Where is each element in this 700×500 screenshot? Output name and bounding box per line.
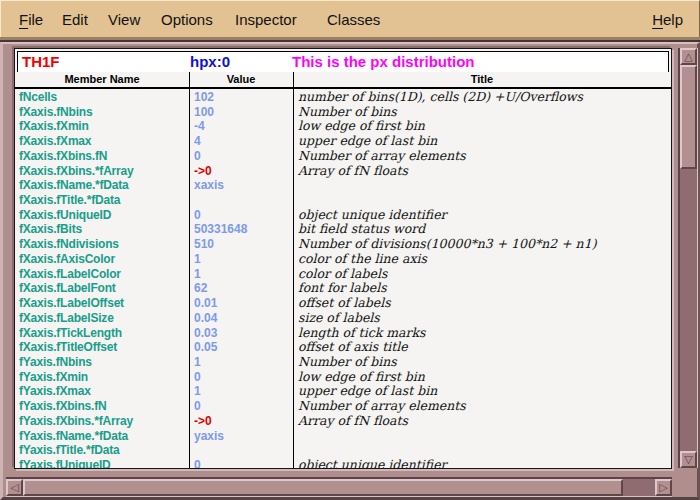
table-row[interactable]: fXaxis.fXmin-4low edge of first bin	[15, 119, 671, 134]
vertical-scrollbar-thumb[interactable]	[680, 65, 697, 169]
menu-item-options[interactable]: Options	[157, 1, 217, 38]
scroll-down-icon[interactable]: ▽	[680, 451, 697, 468]
menu-item-edit[interactable]: Edit	[58, 1, 92, 38]
table-row[interactable]: fXaxis.fTickLength0.03length of tick mar…	[15, 326, 671, 341]
member-name: fYaxis.fTitle.*fData	[15, 443, 189, 458]
member-value: 510	[189, 237, 293, 252]
member-name: fNcells	[15, 90, 189, 105]
member-title: Number of array elements	[293, 399, 671, 414]
table-row[interactable]: fYaxis.fXmin0low edge of first bin	[15, 370, 671, 385]
member-value: -4	[189, 119, 293, 134]
column-header-row: Member Name Value Title	[15, 72, 671, 89]
table-row[interactable]: fXaxis.fUniqueID0object unique identifie…	[15, 208, 671, 223]
member-value: 4	[189, 134, 293, 149]
table-row[interactable]: fXaxis.fTitle.*fData	[15, 193, 671, 208]
menu-item-view[interactable]: View	[104, 1, 144, 38]
member-table: fNcells102number of bins(1D), cells (2D)…	[15, 90, 671, 468]
member-title: bit field status word	[293, 222, 671, 237]
table-row[interactable]: fXaxis.fXmax4upper edge of last bin	[15, 134, 671, 149]
member-name: fXaxis.fNbins	[15, 105, 189, 120]
object-title: This is the px distribution	[292, 52, 475, 72]
member-name: fXaxis.fXmax	[15, 134, 189, 149]
menu-bar: FileEditViewOptionsInspectorClasses Help	[0, 0, 700, 37]
member-value: 50331648	[189, 222, 293, 237]
table-row[interactable]: fXaxis.fNbins100Number of bins	[15, 105, 671, 120]
member-name: fYaxis.fXbins.*fArray	[15, 414, 189, 429]
member-title: font for labels	[293, 281, 671, 296]
object-header: TH1F hpx:0 This is the px distribution	[17, 51, 669, 73]
member-title: offset of labels	[293, 296, 671, 311]
table-row[interactable]: fXaxis.fLabelColor1color of labels	[15, 267, 671, 282]
member-title: Number of bins	[293, 105, 671, 120]
member-name: fXaxis.fLabelOffset	[15, 296, 189, 311]
table-row[interactable]: fXaxis.fLabelOffset0.01offset of labels	[15, 296, 671, 311]
member-name: fXaxis.fXmin	[15, 119, 189, 134]
member-title: upper edge of last bin	[293, 134, 671, 149]
member-value	[189, 443, 293, 458]
member-title: size of labels	[293, 311, 671, 326]
vertical-scrollbar[interactable]: △ ▽	[678, 48, 698, 468]
member-name: fYaxis.fXmax	[15, 384, 189, 399]
horizontal-scrollbar[interactable]: ◁ ▷	[6, 477, 672, 497]
menu-item-help[interactable]: Help	[648, 1, 687, 38]
table-row[interactable]: fYaxis.fTitle.*fData	[15, 443, 671, 458]
member-name: fXaxis.fLabelSize	[15, 311, 189, 326]
table-row[interactable]: fXaxis.fBits50331648bit field status wor…	[15, 222, 671, 237]
inspector-panel: TH1F hpx:0 This is the px distribution M…	[14, 48, 672, 469]
table-row[interactable]: fYaxis.fNbins1Number of bins	[15, 355, 671, 370]
member-title: Array of fN floats	[293, 164, 671, 179]
menu-item-classes[interactable]: Classes	[323, 1, 384, 38]
table-row[interactable]: fYaxis.fXmax1upper edge of last bin	[15, 384, 671, 399]
member-name: fXaxis.fTickLength	[15, 326, 189, 341]
table-row[interactable]: fYaxis.fUniqueID0object unique identifie…	[15, 458, 671, 468]
table-row[interactable]: fXaxis.fXbins.fN0Number of array element…	[15, 149, 671, 164]
member-name: fXaxis.fBits	[15, 222, 189, 237]
member-value: 1	[189, 355, 293, 370]
table-row[interactable]: fXaxis.fXbins.*fArray->0Array of fN floa…	[15, 164, 671, 179]
table-row[interactable]: fXaxis.fNdivisions510Number of divisions…	[15, 237, 671, 252]
member-name: fXaxis.fXbins.*fArray	[15, 164, 189, 179]
member-name: fXaxis.fLabelColor	[15, 267, 189, 282]
table-row[interactable]: fYaxis.fXbins.fN0Number of array element…	[15, 399, 671, 414]
member-name: fXaxis.fAxisColor	[15, 252, 189, 267]
member-name: fYaxis.fXmin	[15, 370, 189, 385]
member-title: low edge of first bin	[293, 119, 671, 134]
member-value: 1	[189, 267, 293, 282]
table-row[interactable]: fXaxis.fLabelFont62font for labels	[15, 281, 671, 296]
member-value: ->0	[189, 414, 293, 429]
table-row[interactable]: fXaxis.fName.*fDataxaxis	[15, 178, 671, 193]
menu-item-file[interactable]: File	[15, 1, 47, 38]
member-name: fYaxis.fXbins.fN	[15, 399, 189, 414]
member-name: fXaxis.fName.*fData	[15, 178, 189, 193]
member-title: number of bins(1D), cells (2D) +U/Overfl…	[293, 90, 671, 105]
object-class-name: TH1F	[22, 52, 60, 72]
table-row[interactable]: fXaxis.fTitleOffset0.05offset of axis ti…	[15, 340, 671, 355]
member-title	[293, 443, 671, 458]
member-title: object unique identifier	[293, 458, 671, 468]
scroll-left-icon[interactable]: ◁	[6, 479, 23, 496]
column-header-member-name: Member Name	[15, 72, 189, 87]
member-title: Array of fN floats	[293, 414, 671, 429]
member-name: fXaxis.fTitle.*fData	[15, 193, 189, 208]
member-value: 0	[189, 370, 293, 385]
member-value: xaxis	[189, 178, 293, 193]
scroll-up-icon[interactable]: △	[680, 48, 697, 65]
table-row[interactable]: fXaxis.fAxisColor1color of the line axis	[15, 252, 671, 267]
object-name: hpx:0	[190, 52, 230, 72]
member-title: color of labels	[293, 267, 671, 282]
column-header-title: Title	[293, 72, 671, 87]
member-title: object unique identifier	[293, 208, 671, 223]
member-value: 102	[189, 90, 293, 105]
member-name: fXaxis.fTitleOffset	[15, 340, 189, 355]
menu-item-inspector[interactable]: Inspector	[231, 1, 301, 38]
table-row[interactable]: fYaxis.fName.*fDatayaxis	[15, 429, 671, 444]
horizontal-scrollbar-thumb[interactable]	[23, 479, 623, 496]
scroll-right-icon[interactable]: ▷	[655, 479, 672, 496]
member-title: Number of bins	[293, 355, 671, 370]
member-value: 0	[189, 399, 293, 414]
table-row[interactable]: fNcells102number of bins(1D), cells (2D)…	[15, 90, 671, 105]
member-value: 0.05	[189, 340, 293, 355]
member-title	[293, 429, 671, 444]
table-row[interactable]: fXaxis.fLabelSize0.04size of labels	[15, 311, 671, 326]
table-row[interactable]: fYaxis.fXbins.*fArray->0Array of fN floa…	[15, 414, 671, 429]
